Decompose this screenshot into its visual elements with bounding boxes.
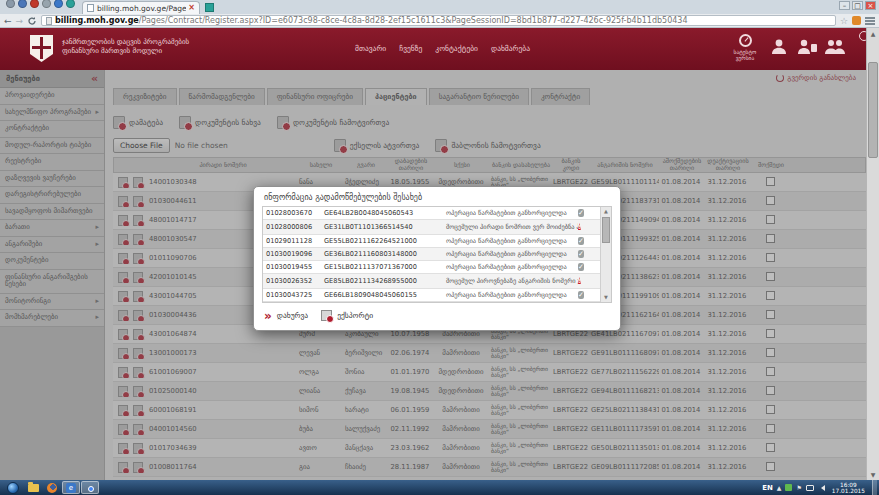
- antivirus-icon[interactable]: [785, 484, 792, 491]
- taskbar-chrome[interactable]: [81, 481, 99, 494]
- pinned-tab-favicon[interactable]: [42, 0, 51, 8]
- modal-cell-account: GE85LB0211134268955000: [321, 277, 443, 285]
- header-nav: მთავარიჩვენზეკონტაქტებიდახმარება: [355, 44, 530, 53]
- taskbar: e EN ▲ ⚑ 16:09 17.01.2015: [0, 480, 879, 495]
- url-path: /Pages/Contract/Register.aspx?ID=e6073c9…: [139, 16, 688, 25]
- flag-icon[interactable]: ⚑: [796, 484, 801, 491]
- scrollbar-thumb[interactable]: [868, 62, 878, 158]
- modal-row: 01028003670GE64LB2B0048045060543ოპერაცია…: [263, 207, 600, 220]
- app-icon: e: [66, 483, 76, 493]
- url-domain: billing.moh.gov.ge: [55, 16, 139, 25]
- window-controls: – □ ×: [839, 1, 876, 10]
- modal-footer: » დახურვა ექსპორტი: [254, 303, 620, 330]
- taskbar-explorer[interactable]: [24, 481, 42, 494]
- start-button[interactable]: [7, 482, 19, 494]
- modal-cell-account: GE15LB0211137071367000: [321, 263, 443, 271]
- folder-icon: [28, 484, 39, 492]
- results-modal: ინფორმაცია გადამოწმებულების შესახებ 0102…: [253, 186, 621, 331]
- modal-cell-status: ✓: [578, 249, 600, 259]
- taskbar-clock[interactable]: 16:09 17.01.2015: [832, 482, 865, 494]
- user-icon[interactable]: [768, 38, 790, 54]
- taskbar-app[interactable]: e: [62, 481, 80, 494]
- close-button[interactable]: ×: [865, 1, 876, 10]
- modal-cell-message: ოპერაცია წარმატებით განხორციელდა: [443, 250, 578, 258]
- scroll-down-icon[interactable]: ▼: [867, 469, 879, 480]
- success-check-icon: ✓: [578, 291, 584, 299]
- modal-cell-status: !: [578, 274, 600, 288]
- modal-cell-status: ✓: [578, 208, 600, 218]
- modal-row: 01030019096GE36LB0211160803148000ოპერაცი…: [263, 248, 600, 261]
- modal-scrollbar-thumb[interactable]: [602, 217, 610, 243]
- browser-menu-icon[interactable]: [865, 17, 875, 25]
- tab-favicon-icon: [87, 4, 94, 12]
- extension-icon[interactable]: [852, 16, 861, 25]
- modal-cell-message: ოპერაცია წარმატებით განხორციელდა: [443, 209, 578, 217]
- pinned-tab-favicon[interactable]: [66, 0, 75, 8]
- modal-cell-message: ოპერაცია წარმატებით განხორციელდა: [443, 291, 578, 299]
- modal-cell-account: GE55LB0211162264521000: [321, 237, 443, 245]
- pinned-tab-favicon[interactable]: [6, 0, 15, 8]
- modal-cell-account: GE64LB2B0048045060543: [321, 209, 443, 217]
- modal-scroll-up-icon[interactable]: ▲: [601, 207, 611, 216]
- network-icon[interactable]: [806, 485, 814, 491]
- modal-cell-message: მოცემული პირადი ნომრით ვერ მოიძებნა პირო…: [443, 223, 578, 231]
- header-nav-item[interactable]: კონტაქტები: [435, 44, 478, 53]
- version-badge: სატესტო ვერსია: [728, 34, 762, 61]
- modal-cell-account: GE31LB0T1101366514540: [321, 223, 443, 231]
- warning-triangle-icon: !: [578, 277, 581, 284]
- modal-cell-id: 01028000806: [263, 223, 321, 231]
- page-icon: [46, 17, 52, 25]
- url-field[interactable]: billing.moh.gov.ge/Pages/Contract/Regist…: [41, 15, 836, 26]
- modal-cell-id: 01030019455: [263, 263, 321, 271]
- modal-export-label[interactable]: ექსპორტი: [337, 311, 373, 320]
- modal-cell-status: ✓: [578, 290, 600, 300]
- users-group-icon[interactable]: [824, 38, 846, 54]
- header-nav-item[interactable]: მთავარი: [355, 44, 386, 53]
- modal-title: ინფორმაცია გადამოწმებულების შესახებ: [254, 187, 620, 206]
- success-check-icon: ✓: [578, 209, 584, 217]
- app-header: ჯანმრთელობის დაცვის პროგრამების ფინანსურ…: [0, 28, 879, 70]
- success-check-icon: ✓: [578, 263, 584, 271]
- pinned-tab-favicon[interactable]: [54, 0, 63, 8]
- user-list-icon[interactable]: [796, 38, 818, 54]
- page-scrollbar[interactable]: ▲ ▼: [866, 28, 879, 480]
- modal-cell-status: ✓: [578, 236, 600, 246]
- new-tab-button[interactable]: [205, 3, 214, 12]
- modal-rows: 01028003670GE64LB2B0048045060543ოპერაცია…: [263, 207, 600, 302]
- tray-expand-icon[interactable]: ▲: [777, 484, 782, 491]
- modal-cell-message: ოპერაცია წარმატებით განხორციელდა: [443, 263, 578, 271]
- modal-scroll-down-icon[interactable]: ▼: [601, 293, 611, 302]
- browser-tab[interactable]: billing.moh.gov.ge/Page... ×: [82, 1, 200, 14]
- modal-scrollbar[interactable]: ▲ ▼: [600, 207, 611, 302]
- gauge-icon: [739, 34, 752, 47]
- header-nav-item[interactable]: ჩვენზე: [399, 44, 422, 53]
- header-nav-item[interactable]: დახმარება: [491, 44, 530, 53]
- taskbar-firefox[interactable]: [43, 481, 61, 494]
- pinned-tab-favicon[interactable]: [30, 0, 39, 8]
- address-bar-icons: ☆: [840, 16, 875, 26]
- pinned-tabs: [6, 0, 78, 14]
- modal-cell-account: GE36LB0211160803148000: [321, 250, 443, 258]
- chrome-icon: [85, 483, 95, 493]
- continue-icon[interactable]: »: [264, 311, 272, 321]
- modal-close-label[interactable]: დახურვა: [277, 311, 308, 320]
- modal-row: 01030019455GE15LB0211137071367000ოპერაცი…: [263, 261, 600, 274]
- bookmark-star-icon[interactable]: ☆: [840, 16, 848, 26]
- tab-title: billing.moh.gov.ge/Page...: [97, 4, 186, 13]
- scroll-up-icon[interactable]: ▲: [867, 28, 879, 39]
- language-indicator[interactable]: EN: [762, 484, 773, 492]
- success-check-icon: ✓: [578, 237, 584, 245]
- show-desktop-button[interactable]: [872, 480, 877, 495]
- system-tray: EN ▲ ⚑ 16:09 17.01.2015: [762, 480, 877, 495]
- reload-icon[interactable]: [27, 16, 37, 26]
- modal-row: 01030043725GE66LB1809048045060155ოპერაცი…: [263, 289, 600, 302]
- forward-icon[interactable]: →: [16, 16, 24, 26]
- minimize-button[interactable]: –: [839, 1, 850, 10]
- pinned-tab-favicon[interactable]: [18, 0, 27, 8]
- export-icon[interactable]: [321, 310, 332, 321]
- screen: billing.moh.gov.ge/Page... × – □ × ← → b…: [0, 0, 879, 495]
- speaker-icon[interactable]: [818, 485, 825, 491]
- back-icon[interactable]: ←: [4, 16, 12, 26]
- tab-close-icon[interactable]: ×: [188, 4, 195, 12]
- maximize-button[interactable]: □: [852, 1, 863, 10]
